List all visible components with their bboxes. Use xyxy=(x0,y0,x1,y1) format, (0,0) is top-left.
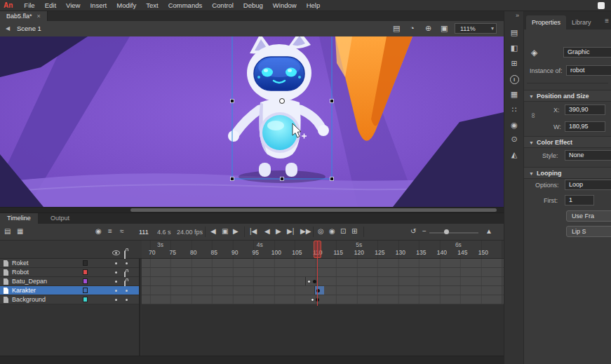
use-frame-picker-button[interactable]: Use Fra xyxy=(566,210,611,222)
tab-properties[interactable]: Properties xyxy=(526,15,566,29)
frame-rate-value[interactable]: 24.00 fps xyxy=(177,229,203,236)
layer-color-swatch[interactable] xyxy=(83,269,88,275)
play-icon[interactable]: ▶ xyxy=(276,227,281,236)
frame-ruler[interactable]: 3s 4s 5s 6s 70 75 80 85 90 95 100 105 11… xyxy=(142,241,504,258)
step-back-icon[interactable]: ◀ xyxy=(210,227,216,236)
motion-editor-icon[interactable]: ◭ xyxy=(504,150,524,159)
symbol-type-dropdown[interactable]: Graphic ▾ xyxy=(563,47,611,58)
section-looping[interactable]: ▼Looping xyxy=(524,167,611,179)
menu-modify[interactable]: Modify xyxy=(112,0,141,11)
insert-layer-icon[interactable]: ▤ xyxy=(4,227,11,236)
layer-visibility-dot[interactable] xyxy=(115,299,117,301)
layer-name[interactable]: Karakter xyxy=(12,287,36,294)
menu-view[interactable]: View xyxy=(61,0,85,11)
edit-multiple-frames-icon[interactable]: ⊡ xyxy=(340,227,346,236)
tab-library[interactable]: Library xyxy=(566,15,597,29)
frame-row-karakter[interactable] xyxy=(142,286,504,295)
stop-icon[interactable]: ▣ xyxy=(222,227,228,236)
insert-folder-icon[interactable]: ▦ xyxy=(17,227,23,236)
menu-debug[interactable]: Debug xyxy=(239,0,268,11)
menu-control[interactable]: Control xyxy=(207,0,239,11)
timeline-frame-grid[interactable] xyxy=(142,259,504,304)
frame-size-slider-knob[interactable] xyxy=(444,229,449,234)
width-field[interactable]: 180,95 xyxy=(565,121,605,132)
layer-color-swatch[interactable] xyxy=(83,297,88,302)
show-layers-icon[interactable]: ≡ xyxy=(108,227,112,236)
layer-row-batu-depan[interactable]: Batu_Depan xyxy=(0,277,139,286)
stage-horizontal-scrollbar[interactable] xyxy=(0,207,504,213)
properties-panel-icon[interactable]: ▤ xyxy=(504,28,524,37)
go-last-icon[interactable]: ▶▶ xyxy=(300,227,311,236)
layer-name[interactable]: Roket xyxy=(12,259,29,267)
step-forward-icon[interactable]: ▶ xyxy=(233,227,239,236)
menu-file[interactable]: File xyxy=(19,0,39,11)
layer-row-roket[interactable]: Roket xyxy=(0,259,139,268)
section-position-and-size[interactable]: ▼Position and Size xyxy=(524,90,611,102)
go-first-icon[interactable]: |◀ xyxy=(250,227,257,236)
layer-visibility-dot[interactable] xyxy=(115,271,117,274)
menu-commands[interactable]: Commands xyxy=(163,0,208,11)
frame-size-slider[interactable] xyxy=(429,232,478,234)
app-logo[interactable]: An xyxy=(4,1,13,9)
back-arrow-icon[interactable]: ◀ xyxy=(6,25,10,32)
style-dropdown[interactable]: None ▾ xyxy=(565,150,611,161)
menu-help[interactable]: Help xyxy=(302,0,325,11)
layer-row-background[interactable]: Background xyxy=(0,295,139,304)
library-panel-icon[interactable]: ◧ xyxy=(504,43,524,53)
layer-name[interactable]: Background xyxy=(12,296,46,303)
layer-row-karakter[interactable]: Karakter xyxy=(0,286,139,295)
collapse-panels-icon[interactable]: » xyxy=(516,12,519,19)
section-color-effect[interactable]: ▼Color Effect xyxy=(524,136,611,148)
scene-name[interactable]: Scene 1 xyxy=(17,25,41,32)
chain-link-icon[interactable]: ∞ xyxy=(530,113,538,119)
eye-icon[interactable] xyxy=(112,250,120,255)
menu-window[interactable]: Window xyxy=(268,0,302,11)
x-position-field[interactable]: 390,90 xyxy=(565,105,605,115)
clip-content-icon[interactable]: ▣ xyxy=(441,24,448,33)
frame-row-background[interactable] xyxy=(142,295,504,304)
center-stage-icon[interactable]: ⊕ xyxy=(425,24,431,33)
onion-outlines-icon[interactable]: ◉ xyxy=(329,227,335,236)
layer-name[interactable]: Batu_Depan xyxy=(12,278,47,285)
blank-keyframe-dot[interactable] xyxy=(311,298,314,302)
close-icon[interactable]: × xyxy=(37,13,41,20)
document-tab[interactable]: Bab5.fla* × xyxy=(0,11,48,21)
layer-lock-dot[interactable] xyxy=(126,299,128,301)
tab-timeline[interactable]: Timeline xyxy=(0,213,38,224)
layer-visibility-dot[interactable] xyxy=(115,290,117,292)
layer-visibility-dot[interactable] xyxy=(115,281,117,283)
frame-row-batu-depan[interactable] xyxy=(142,277,504,286)
frame-row-roket[interactable] xyxy=(142,259,504,268)
lip-syncing-button[interactable]: Lip S xyxy=(566,226,611,237)
frame-row-robot[interactable] xyxy=(142,268,504,277)
zoom-in-frames-icon[interactable]: ▲ xyxy=(485,227,492,236)
zoom-level-select[interactable]: 111% ▾ xyxy=(455,23,497,34)
menu-text[interactable]: Text xyxy=(141,0,163,11)
stage[interactable] xyxy=(0,36,504,207)
first-frame-field[interactable]: 1 xyxy=(565,195,594,205)
timeline-bottom-scrollbar[interactable] xyxy=(0,356,504,364)
layer-color-swatch[interactable] xyxy=(83,260,88,266)
layer-visibility-dot[interactable] xyxy=(115,262,117,264)
camera-panel-icon[interactable]: ◉ xyxy=(504,121,524,130)
zoom-out-frames-icon[interactable]: − xyxy=(422,227,427,236)
tab-output[interactable]: Output xyxy=(43,213,76,224)
workspace-icon[interactable] xyxy=(598,2,605,9)
layer-color-swatch[interactable] xyxy=(83,288,88,293)
layer-color-swatch[interactable] xyxy=(83,278,88,284)
prev-keyframe-icon[interactable]: ◀ xyxy=(264,227,270,236)
reset-timeline-zoom-icon[interactable]: ↺ xyxy=(410,227,416,236)
menu-edit[interactable]: Edit xyxy=(40,0,61,11)
graph-icon[interactable]: ≈ xyxy=(120,227,124,236)
layer-lock-dot[interactable] xyxy=(126,262,128,264)
layer-name[interactable]: Robot xyxy=(12,269,29,276)
playhead-line[interactable] xyxy=(317,241,318,306)
edit-scene-icon[interactable]: ▤ xyxy=(393,24,400,33)
keyframe-dot[interactable] xyxy=(313,280,316,283)
swatches-panel-icon[interactable]: ▦ xyxy=(504,90,524,99)
scrollbar-thumb[interactable] xyxy=(130,208,497,212)
camera-icon[interactable]: ◉ xyxy=(95,227,102,236)
info-panel-icon[interactable]: i xyxy=(504,74,524,84)
stage-canvas[interactable] xyxy=(0,36,504,207)
color-panel-icon[interactable]: ∷ xyxy=(504,105,524,114)
